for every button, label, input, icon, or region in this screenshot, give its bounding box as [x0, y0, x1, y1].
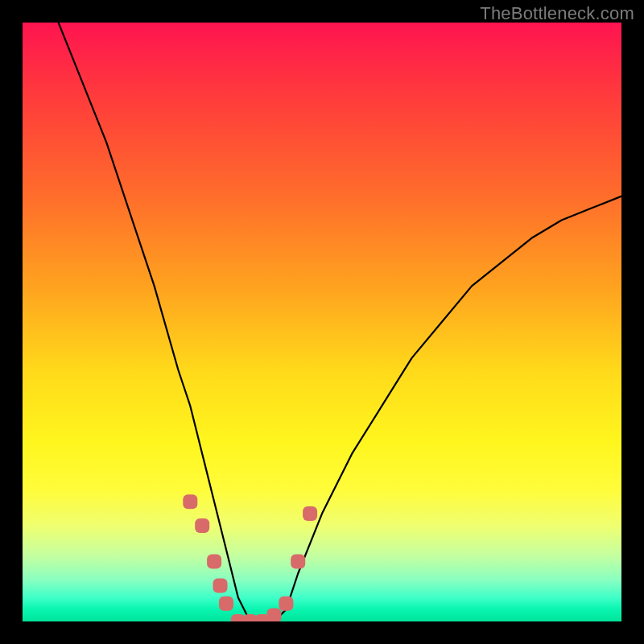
bottleneck-curve — [59, 23, 621, 621]
svg-rect-2 — [207, 555, 221, 569]
svg-rect-1 — [195, 518, 209, 533]
watermark: TheBottleneck.com — [480, 3, 634, 24]
svg-rect-9 — [279, 597, 293, 611]
optimal-markers — [183, 494, 317, 621]
svg-rect-0 — [183, 494, 197, 509]
svg-rect-4 — [219, 597, 233, 611]
svg-rect-3 — [213, 578, 228, 592]
plot-area — [23, 23, 621, 621]
chart-frame: TheBottleneck.com — [0, 0, 644, 644]
svg-rect-8 — [267, 609, 282, 621]
svg-rect-11 — [303, 506, 317, 521]
curve-layer — [23, 23, 621, 621]
svg-rect-10 — [291, 555, 305, 569]
